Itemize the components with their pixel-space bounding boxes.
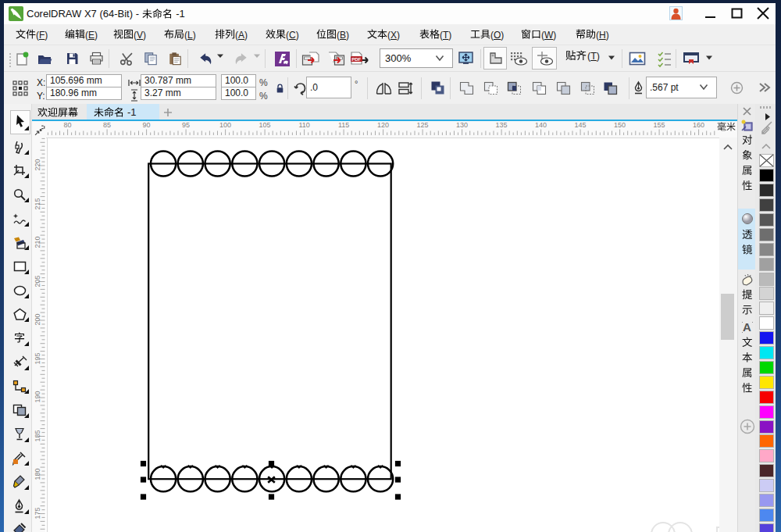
svg-text:A: A [743, 320, 751, 334]
svg-text:PDF: PDF [351, 57, 361, 62]
